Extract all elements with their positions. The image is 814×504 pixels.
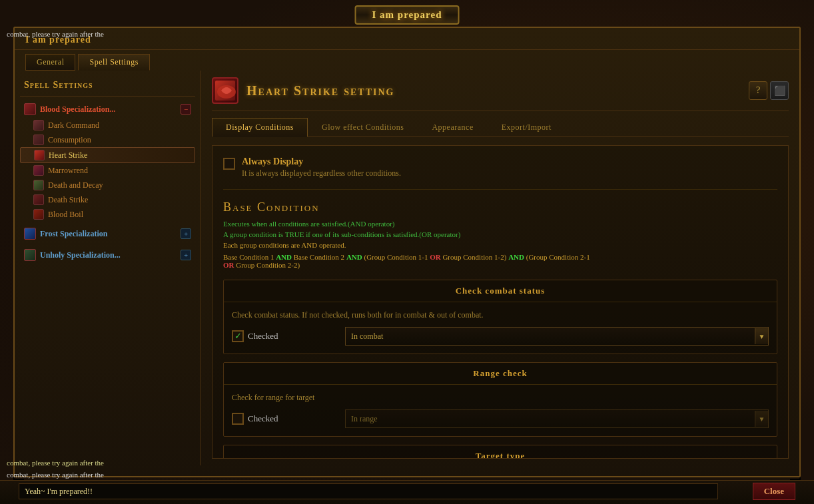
frost-spec-label: Frost Specialization <box>40 229 181 239</box>
tab-spell-settings[interactable]: Spell Settings <box>78 54 149 71</box>
base-condition-desc3: Each group conditions are AND operated. <box>223 241 777 249</box>
sidebar: Spell Settings Blood Specialization... −… <box>15 71 201 465</box>
always-display-section: Always Display It is always displayed re… <box>223 156 777 190</box>
chat-line-above-1: combat, please try again after the <box>7 30 104 38</box>
help-button[interactable]: ? <box>749 81 767 100</box>
target-type-section: Target type <box>223 445 777 459</box>
combat-status-dropdown[interactable]: In combat ▼ <box>345 327 769 346</box>
bottom-bar: combat, please try again after the Close <box>0 480 814 504</box>
combat-status-desc: Check combat status. If not checked, run… <box>232 310 769 320</box>
marrowrend-icon <box>33 165 44 176</box>
target-type-title: Target type <box>224 445 777 459</box>
marrowrend-label: Marrowrend <box>48 166 88 176</box>
panel-content: Always Display It is always displayed re… <box>212 145 789 459</box>
blood-spec-remove-btn[interactable]: − <box>181 104 191 115</box>
death-strike-icon <box>33 194 44 205</box>
range-check-desc: Check for range for target <box>232 393 769 403</box>
tab-display-conditions[interactable]: Display Conditions <box>212 118 308 137</box>
base-condition-desc1: Executes when all conditions are satisfi… <box>223 220 777 228</box>
spell-header-buttons: ? ⬛ <box>749 81 789 100</box>
death-strike-label: Death Strike <box>48 195 88 205</box>
window-tab-row: General Spell Settings <box>15 50 799 71</box>
range-dropdown-arrow[interactable]: ▼ <box>755 411 768 427</box>
blood-boil-icon <box>33 209 44 220</box>
sidebar-item-consumption[interactable]: Consumption <box>20 132 195 147</box>
chat-line-above-2: combat, please try again after the <box>7 471 104 479</box>
window-title: I am prepared <box>25 35 789 45</box>
combat-status-check-label: Checked <box>232 330 338 342</box>
tab-export-import[interactable]: Export/Import <box>488 118 566 136</box>
combat-status-section: Check combat status Check combat status.… <box>223 280 777 354</box>
main-tabs: Display Conditions Glow effect Condition… <box>212 118 789 137</box>
main-window: I am prepared General Spell Settings Spe… <box>13 27 801 477</box>
blood-spec-icon <box>24 103 36 115</box>
spell-settings-heading: Spell Settings <box>20 77 195 97</box>
config-button[interactable]: ⬛ <box>770 81 789 100</box>
range-check-label: Checked <box>232 413 338 425</box>
sidebar-item-death-strike[interactable]: Death Strike <box>20 192 195 207</box>
tab-glow-effect[interactable]: Glow effect Conditions <box>308 118 418 136</box>
base-condition-title: Base Condition <box>223 200 777 214</box>
combat-status-checkbox[interactable] <box>232 330 244 342</box>
main-panel: Heart Strike setting ? ⬛ Display Conditi… <box>201 71 799 465</box>
chat-input[interactable] <box>19 483 718 499</box>
combat-status-check-row: Checked In combat ▼ <box>232 327 769 346</box>
sidebar-item-blood-boil[interactable]: Blood Boil <box>20 207 195 222</box>
range-check-section: Range check Check for range for target C… <box>223 362 777 437</box>
spell-icon <box>212 77 238 104</box>
sidebar-item-dark-command[interactable]: Dark Command <box>20 118 195 132</box>
blood-spec-label: Blood Specialization... <box>40 105 181 115</box>
spell-title: Heart Strike setting <box>246 83 749 99</box>
sidebar-section-unholy[interactable]: Unholy Specialization... + <box>20 246 195 264</box>
range-check-dropdown[interactable]: In range ▼ <box>345 409 769 428</box>
death-and-decay-label: Death and Decay <box>48 180 103 190</box>
blood-boil-label: Blood Boil <box>48 210 83 220</box>
always-display-desc: It is always displayed regardless other … <box>242 168 401 178</box>
frost-spec-icon <box>24 228 36 240</box>
tab-general[interactable]: General <box>25 54 75 71</box>
window-header: I am prepared <box>15 28 799 50</box>
always-display-checkbox[interactable] <box>223 158 235 170</box>
dark-command-label: Dark Command <box>48 121 99 130</box>
sidebar-item-heart-strike[interactable]: Heart Strike <box>20 147 195 163</box>
range-check-checkbox[interactable] <box>232 413 244 425</box>
heart-strike-label: Heart Strike <box>49 150 87 160</box>
base-condition-desc2: A group condition is TRUE if one of its … <box>223 230 777 238</box>
title-bar-text: I am prepared <box>372 9 442 20</box>
unholy-spec-icon <box>24 249 36 261</box>
title-bar: I am prepared <box>355 5 460 25</box>
consumption-label: Consumption <box>48 135 91 145</box>
sidebar-item-marrowrend[interactable]: Marrowrend <box>20 163 195 178</box>
sidebar-section-frost[interactable]: Frost Specialization + <box>20 224 195 243</box>
combat-status-title: Check combat status <box>224 280 777 302</box>
consumption-icon <box>33 134 44 145</box>
combat-dropdown-arrow[interactable]: ▼ <box>755 328 768 344</box>
content-area: Spell Settings Blood Specialization... −… <box>15 71 799 465</box>
spell-header: Heart Strike setting ? ⬛ <box>212 77 789 111</box>
sidebar-item-death-and-decay[interactable]: Death and Decay <box>20 178 195 192</box>
dark-command-icon <box>33 120 44 130</box>
heart-strike-icon <box>34 150 45 160</box>
chat-line-1: combat, please try again after the <box>7 459 104 467</box>
death-and-decay-icon <box>33 180 44 190</box>
frost-spec-add-btn[interactable]: + <box>181 228 191 239</box>
range-check-check-row: Checked In range ▼ <box>232 409 769 428</box>
close-button[interactable]: Close <box>753 483 795 500</box>
unholy-spec-label: Unholy Specialization... <box>40 250 181 260</box>
sidebar-section-blood[interactable]: Blood Specialization... − <box>20 101 195 118</box>
range-check-title: Range check <box>224 363 777 385</box>
tab-appearance[interactable]: Appearance <box>418 118 487 136</box>
condition-formula: Base Condition 1 AND Base Condition 2 AN… <box>223 253 777 269</box>
unholy-spec-add-btn[interactable]: + <box>181 250 191 260</box>
always-display-label: Always Display <box>242 156 401 167</box>
